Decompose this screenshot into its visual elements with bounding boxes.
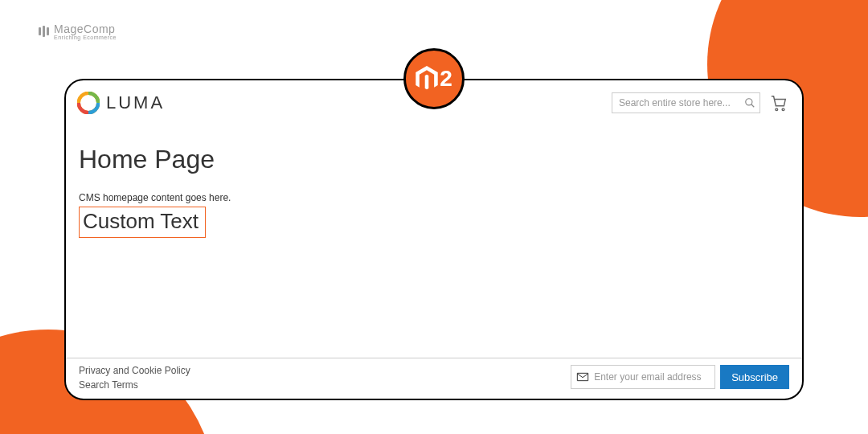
luma-logo[interactable]: LUMA <box>77 92 165 114</box>
newsletter-input[interactable] <box>594 366 714 388</box>
app-window: LUMA Home Page CMS homepage content goes <box>64 79 804 400</box>
page-title: Home Page <box>79 145 789 174</box>
svg-point-3 <box>776 108 778 111</box>
footer-links: Privacy and Cookie Policy Search Terms <box>79 365 190 391</box>
magecomp-name: MageComp <box>54 23 115 35</box>
subscribe-button[interactable]: Subscribe <box>720 365 789 389</box>
search-input[interactable] <box>612 92 760 113</box>
cms-note: CMS homepage content goes here. <box>79 192 789 203</box>
magento-icon <box>416 66 438 92</box>
main-content: Home Page CMS homepage content goes here… <box>66 122 802 358</box>
magecomp-tagline: Enriching Ecommerce <box>54 35 117 40</box>
svg-point-1 <box>746 99 752 105</box>
footer-link-privacy[interactable]: Privacy and Cookie Policy <box>79 365 190 376</box>
search-icon[interactable] <box>743 96 757 110</box>
luma-logo-icon <box>77 92 100 114</box>
svg-point-4 <box>782 108 784 111</box>
magecomp-bars-icon <box>39 26 49 37</box>
cart-icon[interactable] <box>770 94 788 112</box>
svg-line-2 <box>751 104 755 108</box>
mail-icon <box>576 371 589 383</box>
store-footer: Privacy and Cookie Policy Search Terms S… <box>66 358 802 399</box>
magecomp-logo: MageComp Enriching Ecommerce <box>39 23 117 40</box>
search-box <box>612 92 760 113</box>
luma-logo-text: LUMA <box>106 92 165 113</box>
footer-link-search-terms[interactable]: Search Terms <box>79 379 190 391</box>
newsletter-box <box>571 365 715 389</box>
badge-suffix: 2 <box>440 66 452 92</box>
custom-text-highlight: Custom Text <box>79 207 206 238</box>
magento2-badge: 2 <box>403 48 465 109</box>
